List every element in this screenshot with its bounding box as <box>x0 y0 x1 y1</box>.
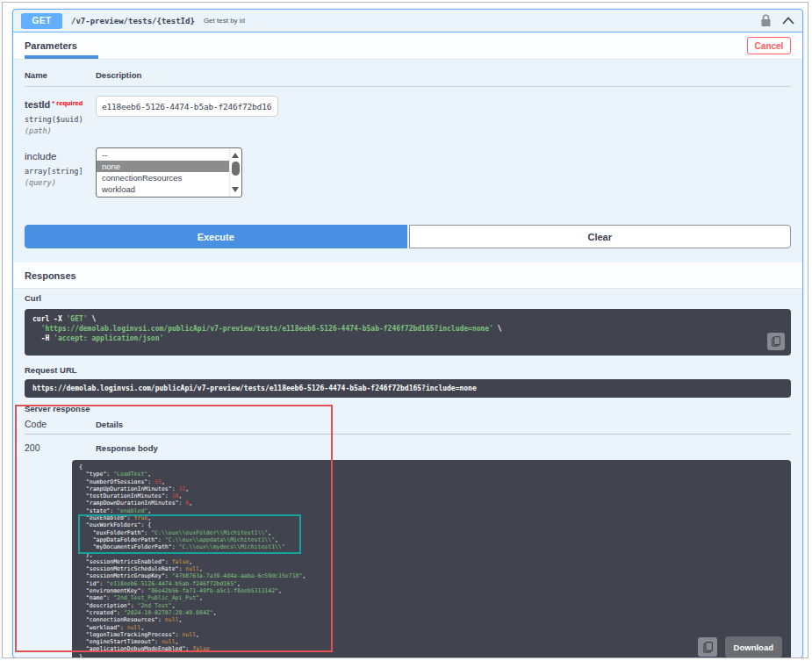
request-url-value: https://demolab.loginvsi.com/publicApi/v… <box>32 384 477 392</box>
param-name-include: include <box>25 151 56 162</box>
endpoint-description: Get test by id <box>204 17 245 25</box>
cancel-button[interactable]: Cancel <box>747 37 791 54</box>
include-option-connectionResources[interactable]: connectionResources <box>97 172 229 183</box>
parameters-header: Parameters Cancel <box>13 32 802 60</box>
listbox-scrollbar[interactable] <box>229 149 241 196</box>
execute-row: Execute Clear <box>25 225 791 248</box>
include-listbox-options: --noneconnectionResourcesworkloadthresho… <box>97 149 229 198</box>
response-body-label: Response body <box>96 442 791 455</box>
column-header-name: Name <box>25 70 96 80</box>
param-row-include: include array[string] (query) --noneconn… <box>25 147 791 198</box>
curl-label: Curl <box>25 292 791 305</box>
server-response-row: 200 Response body { "type": "LoadTest", … <box>25 439 791 658</box>
include-option-[interactable]: -- <box>97 149 229 161</box>
scrollbar-up-icon[interactable] <box>232 153 239 158</box>
scrollbar-down-icon[interactable] <box>232 187 239 192</box>
include-listbox[interactable]: --noneconnectionResourcesworkloadthresho… <box>96 147 242 198</box>
collapse-chevron-icon[interactable] <box>782 17 794 25</box>
curl-copy-button[interactable] <box>767 333 785 350</box>
lock-icon[interactable] <box>760 14 772 27</box>
swagger-panel: GET /v7-preview/tests/{testId} Get test … <box>2 2 808 658</box>
include-option-workload[interactable]: workload <box>97 183 229 195</box>
curl-command: curl -X 'GET' \ 'https://demolab.loginvs… <box>32 314 783 343</box>
param-location-include: (query) <box>25 178 96 187</box>
param-type-include: array[string] <box>25 167 96 176</box>
column-header-description: Description <box>96 70 141 80</box>
curl-code-block: curl -X 'GET' \ 'https://demolab.loginvs… <box>25 309 791 356</box>
parameters-table-header: Name Description <box>25 60 791 87</box>
response-body-json: { "type": "LoadTest", "numberOfSessions"… <box>79 463 784 658</box>
status-code: 200 <box>25 442 40 453</box>
parameters-tab-indicator <box>25 55 98 59</box>
download-button[interactable]: Download <box>725 636 782 657</box>
scrollbar-thumb[interactable] <box>232 162 240 176</box>
method-badge: GET <box>21 13 62 29</box>
column-header-code: Code <box>25 419 96 429</box>
responses-body: Curl curl -X 'GET' \ 'https://demolab.lo… <box>25 289 791 657</box>
responses-header: Responses <box>13 262 802 289</box>
endpoint-summary-bar[interactable]: GET /v7-preview/tests/{testId} Get test … <box>13 10 802 32</box>
request-url-block: https://demolab.loginvsi.com/publicApi/v… <box>25 379 791 398</box>
parameters-title: Parameters <box>25 40 77 51</box>
param-type-testid: string($uuid) <box>25 115 96 124</box>
param-row-testid: testId* required string($uuid) (path) <box>25 96 791 135</box>
param-name-testid: testId <box>25 99 50 110</box>
param-required-flag: * required <box>52 99 83 107</box>
opblock-get: GET /v7-preview/tests/{testId} Get test … <box>12 9 803 658</box>
request-url-label: Request URL <box>25 364 791 377</box>
include-option-thresholds[interactable]: thresholds <box>97 195 229 198</box>
parameters-table: Name Description testId* required string… <box>25 60 791 198</box>
testid-input[interactable] <box>96 96 278 117</box>
execute-button[interactable]: Execute <box>25 225 407 248</box>
include-option-none[interactable]: none <box>97 161 229 172</box>
column-header-details: Details <box>96 420 123 429</box>
server-response-table-header: Code Details <box>25 419 791 435</box>
responses-title: Responses <box>25 270 76 281</box>
response-body-block: { "type": "LoadTest", "numberOfSessions"… <box>72 460 791 658</box>
clear-button[interactable]: Clear <box>409 225 792 248</box>
endpoint-path: /v7-preview/tests/{testId} <box>71 17 195 25</box>
server-response-label: Server response <box>25 403 791 415</box>
response-copy-button[interactable] <box>698 637 717 657</box>
param-location-testid: (path) <box>25 126 96 135</box>
